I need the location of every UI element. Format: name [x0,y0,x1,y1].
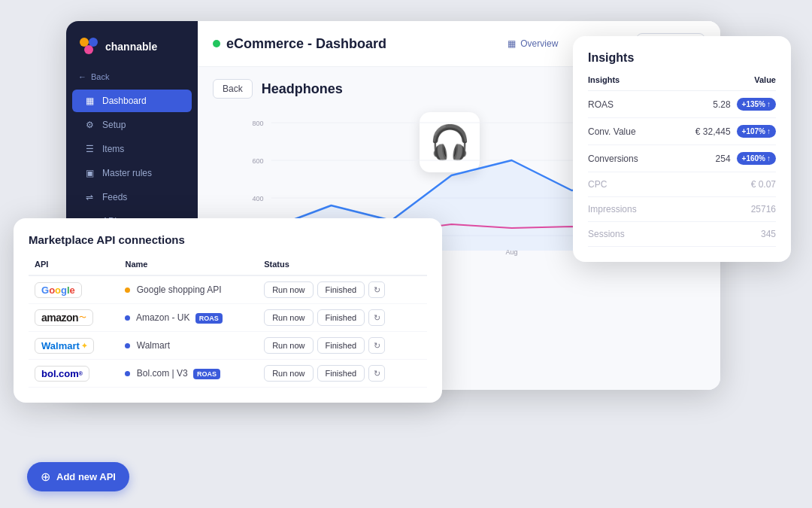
table-row: bol.com® Bol.com | V3 ROAS Run now Finis… [29,360,427,388]
run-now-button[interactable]: Run now [264,281,313,298]
conversions-badge: +160% ↑ [737,152,776,165]
api-status-walmart: Run now Finished ↻ [258,332,427,360]
insights-col-value: Value [660,75,776,91]
insights-value-roas: 5.28 +135% ↑ [660,91,776,118]
insights-label-conversions: Conversions [588,145,660,172]
insights-row-conversions: Conversions 254 +160% ↑ [588,145,776,172]
api-logo-bol: bol.com® [29,360,119,388]
sidebar-item-label: Feeds [102,192,127,202]
api-col-name: Name [119,257,258,275]
insights-row-impressions: Impressions 25716 [588,197,776,222]
sidebar-item-label: Setup [102,120,126,130]
roas-badge: ROAS [195,313,223,324]
svg-point-1 [89,38,98,47]
overview-icon: ▦ [508,38,516,49]
insights-col-label: Insights [588,75,660,91]
api-name-walmart: Walmart [119,332,258,360]
insights-row-sessions: Sessions 345 [588,222,776,247]
api-col-api: API [29,257,119,275]
status-indicator [125,287,130,293]
insights-row-conv-value: Conv. Value € 32,445 +107% ↑ [588,118,776,145]
insights-value-impressions: 25716 [660,197,776,222]
status-dot [213,40,220,47]
feeds-icon: ⇌ [84,192,95,202]
sidebar-item-master-rules[interactable]: ▣ Master rules [72,162,192,184]
refresh-icon[interactable]: ↻ [368,309,385,326]
status-indicator [125,315,130,321]
sidebar-item-items[interactable]: ☰ Items [72,138,192,160]
marketplace-card: Marketplace API connections API Name Sta… [14,218,442,403]
insights-label-impressions: Impressions [588,197,660,222]
svg-text:400: 400 [252,195,263,202]
status-indicator [125,343,130,348]
up-arrow-icon: ↑ [767,154,771,163]
run-now-button[interactable]: Run now [264,365,313,382]
svg-text:800: 800 [252,120,263,127]
setup-icon: ⚙ [84,120,95,130]
api-logo-walmart: Walmart ✦ [29,332,119,360]
sidebar-item-dashboard[interactable]: ▦ Dashboard [72,90,192,112]
svg-text:Aug: Aug [505,248,517,256]
chart-title: Headphones [262,81,343,97]
api-name-google: Google shopping API [119,275,258,304]
roas-badge: ROAS [193,369,220,379]
chart-back-button[interactable]: Back [213,79,253,99]
sidebar-item-setup[interactable]: ⚙ Setup [72,114,192,136]
insights-table: Insights Value ROAS 5.28 +135% ↑ [588,75,776,247]
table-row: Walmart ✦ Walmart Run now Finished ↻ [29,332,427,360]
up-arrow-icon: ↑ [767,127,771,135]
roas-badge: +135% ↑ [737,98,776,111]
insights-panel-title: Insights [588,51,776,65]
logo-text: channable [105,41,157,53]
insights-panel: Insights Insights Value ROAS 5.28 +135% … [573,36,791,262]
refresh-icon[interactable]: ↻ [368,281,385,298]
sidebar-back-link[interactable]: Back [66,69,198,89]
api-status-google: Run now Finished ↻ [258,275,427,304]
api-table: API Name Status Google Google shopping A… [29,257,427,388]
up-arrow-icon: ↑ [767,100,771,108]
api-logo-google: Google [29,275,119,304]
finished-button[interactable]: Finished [317,365,365,382]
page-title: eCommerce - Dashboard [226,36,386,52]
table-row: amazon 〜 Amazon - UK ROAS Run now Finish… [29,304,427,332]
dashboard-title: eCommerce - Dashboard [213,36,484,52]
refresh-icon[interactable]: ↻ [368,337,385,354]
plus-icon: ⊕ [41,470,50,484]
insights-label-roas: ROAS [588,91,660,118]
refresh-icon[interactable]: ↻ [368,365,385,382]
finished-button[interactable]: Finished [317,309,365,326]
marketplace-title: Marketplace API connections [29,233,427,246]
svg-text:600: 600 [252,157,263,165]
api-col-status: Status [258,257,427,275]
status-indicator [125,371,130,376]
logo: channable [66,30,198,69]
run-now-button[interactable]: Run now [264,309,313,326]
api-name-amazon: Amazon - UK ROAS [119,304,258,332]
svg-point-0 [80,38,89,47]
insights-label-cpc: CPC [588,172,660,197]
api-status-bol: Run now Finished ↻ [258,360,427,388]
sidebar-item-label: Dashboard [102,96,147,106]
insights-label-conv-value: Conv. Value [588,118,660,145]
sidebar-item-feeds[interactable]: ⇌ Feeds [72,186,192,208]
tab-overview[interactable]: ▦ Overview [496,33,569,54]
insights-value-conv-value: € 32,445 +107% ↑ [660,118,776,145]
sidebar-item-label: Items [102,144,124,154]
api-name-bol: Bol.com | V3 ROAS [119,360,258,388]
sidebar-item-label: Master rules [102,168,152,178]
add-new-api-button[interactable]: ⊕ Add new API [27,462,129,491]
insights-label-sessions: Sessions [588,222,660,247]
insights-value-sessions: 345 [660,222,776,247]
master-rules-icon: ▣ [84,168,95,178]
svg-point-2 [84,45,93,54]
finished-button[interactable]: Finished [317,337,365,354]
table-row: Google Google shopping API Run now Finis… [29,275,427,304]
conv-value-badge: +107% ↑ [737,125,776,138]
dashboard-icon: ▦ [84,96,95,106]
finished-button[interactable]: Finished [317,281,365,298]
api-status-amazon: Run now Finished ↻ [258,304,427,332]
items-icon: ☰ [84,144,95,154]
insights-value-conversions: 254 +160% ↑ [660,145,776,172]
insights-row-roas: ROAS 5.28 +135% ↑ [588,91,776,118]
run-now-button[interactable]: Run now [264,337,313,354]
